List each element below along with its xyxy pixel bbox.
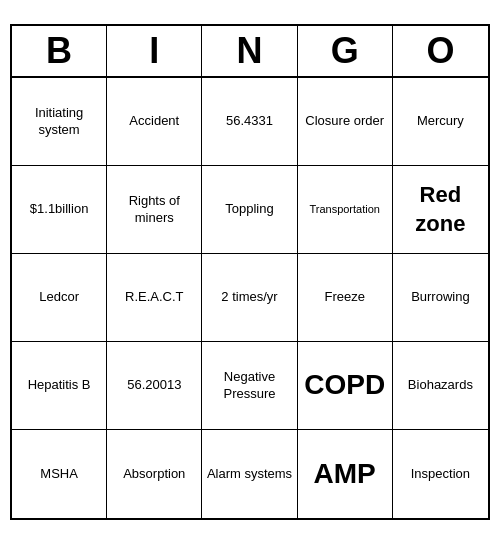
bingo-cell: AMP [298,430,393,518]
bingo-cell: Hepatitis B [12,342,107,430]
header-letter: N [202,26,297,76]
bingo-cell: Absorption [107,430,202,518]
bingo-header: BINGO [12,26,488,78]
bingo-cell: Toppling [202,166,297,254]
bingo-cell: Initiating system [12,78,107,166]
bingo-cell: Mercury [393,78,488,166]
bingo-cell: Negative Pressure [202,342,297,430]
bingo-cell: Alarm systems [202,430,297,518]
header-letter: I [107,26,202,76]
bingo-cell: Burrowing [393,254,488,342]
bingo-cell: Freeze [298,254,393,342]
bingo-cell: 56.4331 [202,78,297,166]
header-letter: G [298,26,393,76]
bingo-card: BINGO Initiating systemAccident56.4331Cl… [10,24,490,520]
bingo-cell: R.E.A.C.T [107,254,202,342]
bingo-cell: Accident [107,78,202,166]
bingo-cell: Closure order [298,78,393,166]
bingo-cell: 56.20013 [107,342,202,430]
bingo-cell: Ledcor [12,254,107,342]
header-letter: B [12,26,107,76]
bingo-cell: Biohazards [393,342,488,430]
bingo-cell: COPD [298,342,393,430]
header-letter: O [393,26,488,76]
bingo-cell: 2 times/yr [202,254,297,342]
bingo-cell: Rights of miners [107,166,202,254]
bingo-cell: Red zone [393,166,488,254]
bingo-cell: Transportation [298,166,393,254]
bingo-cell: $1.1billion [12,166,107,254]
bingo-cell: MSHA [12,430,107,518]
bingo-grid: Initiating systemAccident56.4331Closure … [12,78,488,518]
bingo-cell: Inspection [393,430,488,518]
